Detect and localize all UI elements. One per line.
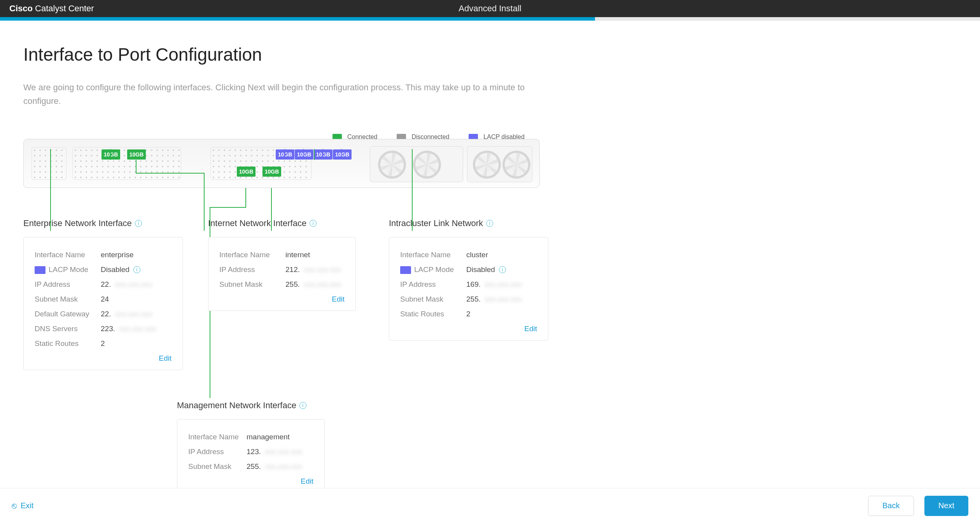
square-icon <box>400 266 411 274</box>
app-header: Cisco Catalyst Center Advanced Install <box>0 0 980 17</box>
intracluster-card: Interface Namecluster LACP ModeDisabledi… <box>389 237 548 340</box>
port-enterprise-2: 10GB <box>127 149 146 160</box>
appliance-diagram: 10GB 10GB 10GB 10GB 10GB 10GB 10GB 10GB <box>23 139 540 188</box>
info-icon[interactable]: i <box>133 266 140 273</box>
exit-button[interactable]: ⎋ Exit <box>12 501 33 511</box>
enterprise-section: Enterprise Network Interface i Interface… <box>23 218 183 493</box>
internet-subnet: 255. <box>285 280 300 289</box>
management-interface-name: management <box>247 433 290 441</box>
port-cluster-3: 10GB <box>314 149 332 160</box>
internet-title: Internet Network Interface <box>208 218 306 228</box>
enterprise-ip: 22. <box>101 280 111 289</box>
info-icon[interactable]: i <box>299 402 306 409</box>
exit-icon: ⎋ <box>12 501 17 511</box>
internet-interface-name: internet <box>285 251 310 259</box>
internet-section: Internet Network Interface i Interface N… <box>208 218 356 311</box>
enterprise-lacp-mode: Disabled <box>101 265 130 274</box>
enterprise-title: Enterprise Network Interface <box>23 218 132 228</box>
square-icon <box>35 266 46 274</box>
port-management: 10GB <box>262 167 281 177</box>
internet-card: Interface Nameinternet IP Address212.xxx… <box>208 237 356 311</box>
port-internet: 10GB <box>237 167 256 177</box>
intracluster-interface-name: cluster <box>466 251 488 259</box>
management-subnet: 255. <box>247 462 261 471</box>
internet-edit-link[interactable]: Edit <box>332 295 345 303</box>
back-button[interactable]: Back <box>868 496 914 516</box>
port-cluster-1: 10GB <box>276 149 294 160</box>
intracluster-section: Intracluster Link Network i Interface Na… <box>389 218 548 493</box>
intracluster-edit-link[interactable]: Edit <box>524 325 537 333</box>
info-icon[interactable]: i <box>486 220 493 227</box>
intracluster-static-routes-link[interactable]: 2 <box>466 310 471 318</box>
enterprise-static-routes-link[interactable]: 2 <box>101 339 105 348</box>
intracluster-ip: 169. <box>466 280 481 289</box>
progress-bar <box>0 17 980 21</box>
header-title: Advanced Install <box>458 4 521 14</box>
progress-fill <box>0 17 595 21</box>
enterprise-gateway: 22. <box>101 310 111 318</box>
intracluster-subnet: 255. <box>466 295 481 304</box>
brand-product: Catalyst Center <box>35 4 94 13</box>
page-description: We are going to configure the following … <box>23 81 537 108</box>
page-title: Interface to Port Configuration <box>23 44 957 65</box>
management-section: Management Network Interface i Interface… <box>177 400 356 493</box>
info-icon[interactable]: i <box>310 220 317 227</box>
intracluster-lacp-mode: Disabled <box>466 265 495 274</box>
management-title: Management Network Interface <box>177 400 296 411</box>
port-cluster-2: 10GB <box>295 149 313 160</box>
next-button[interactable]: Next <box>924 496 968 516</box>
management-ip: 123. <box>247 448 261 456</box>
info-icon[interactable]: i <box>499 266 506 273</box>
info-icon[interactable]: i <box>135 220 142 227</box>
management-card: Interface Namemanagement IP Address123.x… <box>177 419 325 493</box>
footer: ⎋ Exit Back Next <box>0 488 980 523</box>
intracluster-title: Intracluster Link Network <box>389 218 483 228</box>
port-cluster-4: 10GB <box>333 149 352 160</box>
enterprise-interface-name: enterprise <box>101 251 134 259</box>
brand: Cisco Catalyst Center <box>9 4 94 14</box>
management-edit-link[interactable]: Edit <box>301 477 313 485</box>
enterprise-dns: 223. <box>101 325 115 333</box>
brand-cisco: Cisco <box>9 4 33 13</box>
enterprise-subnet: 24 <box>101 295 109 304</box>
internet-ip: 212. <box>285 265 300 274</box>
port-enterprise-1: 10GB <box>102 149 120 160</box>
enterprise-card: Interface Nameenterprise LACP ModeDisabl… <box>23 237 183 370</box>
enterprise-edit-link[interactable]: Edit <box>159 354 172 362</box>
